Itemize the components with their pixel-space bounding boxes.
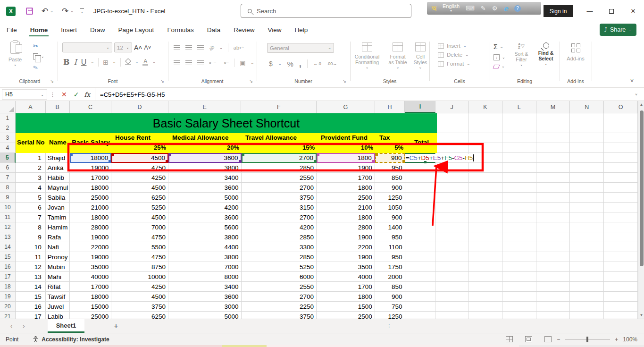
cell-F15[interactable]: 2850 <box>242 252 317 262</box>
cell-I13[interactable] <box>405 232 436 242</box>
row-header-17[interactable]: 17 <box>0 272 16 282</box>
cell-F12[interactable]: 4200 <box>242 222 317 232</box>
cell-A20[interactable]: 16 <box>16 302 46 312</box>
cell-M20[interactable] <box>536 302 570 312</box>
cell-B13[interactable]: Rafa <box>46 232 70 242</box>
cell-I12[interactable] <box>405 222 436 232</box>
cell-K15[interactable] <box>468 252 502 262</box>
column-header-D[interactable]: D <box>111 101 168 113</box>
tab-scroll-splitter[interactable]: ⋮ <box>387 323 392 329</box>
cell-G9[interactable]: 2500 <box>317 193 375 203</box>
cell-A8[interactable]: 4 <box>16 183 46 193</box>
language-selector[interactable]: English▾ <box>443 4 460 13</box>
cell-L6[interactable] <box>502 163 536 173</box>
select-all-button[interactable] <box>0 101 16 113</box>
cell-K10[interactable] <box>468 203 502 212</box>
cell-I11[interactable] <box>405 212 436 222</box>
language-bar[interactable]: অ English▾ ⌨ ✎ ⚙ e ? <box>427 2 541 15</box>
cell-I18[interactable] <box>405 282 436 292</box>
row-header-16[interactable]: 16 <box>0 262 16 272</box>
cell-H8[interactable]: 900 <box>375 183 405 193</box>
cell-I6[interactable] <box>405 163 436 173</box>
cell-B14[interactable]: Nafi <box>46 242 70 252</box>
row-header-6[interactable]: 6 <box>0 163 16 173</box>
cell-F10[interactable]: 3150 <box>242 203 317 212</box>
cell-E8[interactable]: 3600 <box>168 183 242 193</box>
cell-J14[interactable] <box>435 242 468 252</box>
restore-button[interactable] <box>601 0 622 22</box>
comma-icon[interactable]: , <box>299 59 301 69</box>
cell-J1[interactable] <box>435 113 468 123</box>
row-header-18[interactable]: 18 <box>0 282 16 292</box>
align-center-icon[interactable] <box>185 60 192 65</box>
cell-J4[interactable] <box>435 143 468 153</box>
cell-M21[interactable] <box>536 312 570 319</box>
cell-O15[interactable] <box>604 252 638 262</box>
cell-K21[interactable] <box>468 312 502 319</box>
customize-quick-access-button[interactable]: ⌄ <box>80 8 84 14</box>
align-right-icon[interactable] <box>197 60 204 65</box>
decrease-decimal-icon[interactable]: .00→ <box>327 61 337 66</box>
zoom-out-button[interactable]: − <box>557 336 560 343</box>
cell-F19[interactable]: 2700 <box>242 292 317 302</box>
cell-N5[interactable] <box>570 153 604 163</box>
excel-app-icon[interactable]: X <box>6 7 16 16</box>
cell-M15[interactable] <box>536 252 570 262</box>
new-sheet-button[interactable]: + <box>114 322 118 330</box>
cell-L2[interactable] <box>502 123 536 133</box>
cell-K4[interactable] <box>468 143 502 153</box>
cell-H19[interactable]: 900 <box>375 292 405 302</box>
cell-K1[interactable] <box>468 113 502 123</box>
cell-E18[interactable]: 3400 <box>168 282 242 292</box>
column-header-J[interactable]: J <box>435 101 468 113</box>
cell-N13[interactable] <box>570 232 604 242</box>
close-button[interactable]: ✕ <box>622 0 644 22</box>
cell-F13[interactable]: 2850 <box>242 232 317 242</box>
cell-I10[interactable] <box>405 203 436 212</box>
align-middle-icon[interactable] <box>185 45 192 50</box>
cell-A15[interactable]: 11 <box>16 252 46 262</box>
cell-A16[interactable]: 12 <box>16 262 46 272</box>
cell-J9[interactable] <box>435 193 468 203</box>
cell-F11[interactable]: 2700 <box>242 212 317 222</box>
cell-J7[interactable] <box>435 173 468 183</box>
cell-B8[interactable]: Maynul <box>46 183 70 193</box>
cell-K16[interactable] <box>468 262 502 272</box>
cell-E20[interactable]: 3000 <box>168 302 242 312</box>
cell-L5[interactable] <box>502 153 536 163</box>
cell-I19[interactable] <box>405 292 436 302</box>
cell-C14[interactable]: 22000 <box>70 242 112 252</box>
cell-L9[interactable] <box>502 193 536 203</box>
cell-M16[interactable] <box>536 262 570 272</box>
currency-icon[interactable]: $ <box>269 60 273 68</box>
avro-keyboard-icon[interactable]: অ <box>432 4 436 13</box>
decrease-indent-icon[interactable]: ⇤≡ <box>209 60 217 66</box>
cell-G21[interactable]: 2500 <box>317 312 375 319</box>
cell-I7[interactable] <box>405 173 436 183</box>
cell-G7[interactable]: 1700 <box>317 173 375 183</box>
cut-icon[interactable]: ✂ <box>33 42 44 50</box>
cell-I9[interactable] <box>405 193 436 203</box>
cell-N15[interactable] <box>570 252 604 262</box>
cell-K7[interactable] <box>468 173 502 183</box>
sheet-tab-active[interactable]: Sheet1 <box>48 319 85 333</box>
cell-L11[interactable] <box>502 212 536 222</box>
cell-J16[interactable] <box>435 262 468 272</box>
cell-G15[interactable]: 1900 <box>317 252 375 262</box>
cell-N7[interactable] <box>570 173 604 183</box>
cell-O12[interactable] <box>604 222 638 232</box>
cell-B6[interactable]: Anika <box>46 163 70 173</box>
cell-M5[interactable] <box>536 153 570 163</box>
cell-G17[interactable]: 4000 <box>317 272 375 282</box>
share-button[interactable]: ⤴ Share ⌄ <box>600 24 636 36</box>
cell-A13[interactable]: 9 <box>16 232 46 242</box>
cell-G19[interactable]: 1800 <box>317 292 375 302</box>
cell-A12[interactable]: 8 <box>16 222 46 232</box>
cell-B12[interactable]: Hamim <box>46 222 70 232</box>
cell-N3[interactable] <box>570 133 604 143</box>
cell-J11[interactable] <box>435 212 468 222</box>
cell-N2[interactable] <box>570 123 604 133</box>
cell-L8[interactable] <box>502 183 536 193</box>
cell-B15[interactable]: Pronoy <box>46 252 70 262</box>
cell-D19[interactable]: 4500 <box>111 292 168 302</box>
